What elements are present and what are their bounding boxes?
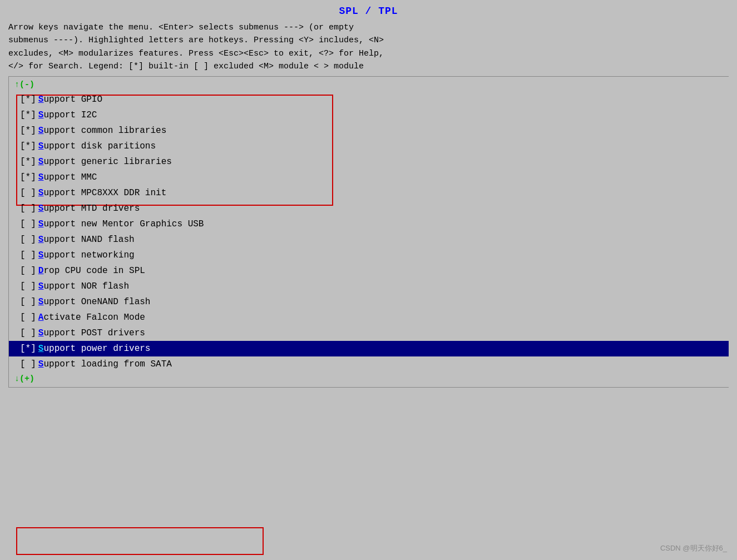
- checkbox-nand: [ ]: [20, 233, 36, 246]
- menu-item-i2c[interactable]: [*] S upport I2C: [9, 107, 729, 123]
- red-box-selected: [16, 527, 264, 555]
- menu-area: ↑(-) [*] S upport GPIO [*] S upport I2C …: [8, 77, 729, 388]
- menu-item-nand[interactable]: [ ] S upport NAND flash: [9, 232, 729, 247]
- label-generic-libs: upport generic libraries: [43, 155, 171, 169]
- instruction-line-2: submenus ----). Highlighted letters are …: [8, 34, 729, 47]
- menu-item-sata[interactable]: [ ] S upport loading from SATA: [9, 356, 729, 372]
- checkbox-mentor-usb: [ ]: [20, 217, 36, 231]
- checkbox-disk: [*]: [20, 140, 36, 153]
- hotkey-mmc: S: [38, 171, 44, 184]
- checkbox-drop-cpu: [ ]: [20, 264, 36, 277]
- checkbox-common-libs: [*]: [20, 124, 36, 137]
- instruction-line-1: Arrow keys navigate the menu. <Enter> se…: [8, 21, 729, 34]
- hotkey-networking: S: [38, 249, 44, 262]
- instructions-text: Arrow keys navigate the menu. <Enter> se…: [8, 21, 729, 73]
- menu-items-list: [*] S upport GPIO [*] S upport I2C [*] S…: [9, 92, 729, 372]
- hotkey-power-drivers: S: [38, 342, 44, 355]
- menu-wrapper: ↑(-) [*] S upport GPIO [*] S upport I2C …: [8, 77, 729, 388]
- hotkey-common-libs: S: [38, 124, 44, 137]
- checkbox-mtd: [ ]: [20, 202, 36, 215]
- menu-item-nor[interactable]: [ ] S upport NOR flash: [9, 279, 729, 294]
- label-sata: upport loading from SATA: [43, 358, 171, 371]
- hotkey-sata: S: [38, 358, 44, 371]
- hotkey-falcon: A: [38, 311, 44, 324]
- page-title: SPL / TPL: [8, 6, 729, 17]
- menu-item-falcon[interactable]: [ ] A ctivate Falcon Mode: [9, 310, 729, 325]
- hotkey-onenand: S: [38, 295, 44, 309]
- label-mentor-usb: upport new Mentor Graphics USB: [43, 217, 204, 231]
- checkbox-sata: [ ]: [20, 358, 36, 371]
- instruction-line-3: excludes, <M> modularizes features. Pres…: [8, 47, 729, 60]
- checkbox-falcon: [ ]: [20, 311, 36, 324]
- menu-item-mtd[interactable]: [ ] S upport MTD drivers: [9, 201, 729, 216]
- hotkey-generic-libs: S: [38, 155, 44, 169]
- checkbox-post: [ ]: [20, 326, 36, 340]
- hotkey-drop-cpu: D: [38, 264, 44, 277]
- label-mmc: upport MMC: [43, 171, 97, 184]
- menu-item-mentor-usb[interactable]: [ ] S upport new Mentor Graphics USB: [9, 216, 729, 232]
- scroll-down-indicator: ↓(+): [9, 374, 729, 384]
- label-networking: upport networking: [43, 249, 134, 262]
- label-falcon: ctivate Falcon Mode: [43, 311, 145, 324]
- label-mtd: upport MTD drivers: [43, 202, 140, 215]
- menu-item-disk[interactable]: [*] S upport disk paritions: [9, 138, 729, 154]
- watermark: CSDN @明天你好6_: [660, 543, 727, 553]
- label-common-libs: upport common libraries: [43, 124, 166, 137]
- menu-item-power-drivers[interactable]: [*] S upport power drivers: [9, 341, 729, 356]
- checkbox-mpc8xxx: [ ]: [20, 186, 36, 200]
- checkbox-generic-libs: [*]: [20, 155, 36, 169]
- menu-item-networking[interactable]: [ ] S upport networking: [9, 247, 729, 263]
- menu-item-drop-cpu[interactable]: [ ] D rop CPU code in SPL: [9, 263, 729, 279]
- checkbox-gpio: [*]: [20, 93, 36, 106]
- hotkey-nand: S: [38, 233, 44, 246]
- scroll-up-indicator: ↑(-): [9, 80, 729, 90]
- label-power-drivers: upport power drivers: [43, 342, 150, 355]
- main-container: SPL / TPL Arrow keys navigate the menu. …: [0, 0, 737, 560]
- menu-item-generic-libs[interactable]: [*] S upport generic libraries: [9, 154, 729, 170]
- hotkey-mpc8xxx: S: [38, 186, 44, 200]
- hotkey-gpio: S: [38, 93, 44, 106]
- checkbox-mmc: [*]: [20, 171, 36, 184]
- label-nor: upport NOR flash: [43, 280, 129, 293]
- label-onenand: upport OneNAND flash: [43, 295, 150, 309]
- menu-item-common-libs[interactable]: [*] S upport common libraries: [9, 123, 729, 138]
- menu-item-gpio[interactable]: [*] S upport GPIO: [9, 92, 729, 107]
- label-post: upport POST drivers: [43, 326, 145, 340]
- hotkey-mtd: S: [38, 202, 44, 215]
- checkbox-nor: [ ]: [20, 280, 36, 293]
- label-disk: upport disk paritions: [43, 140, 156, 153]
- hotkey-disk: S: [38, 140, 44, 153]
- label-i2c: upport I2C: [43, 108, 97, 122]
- checkbox-power-drivers: [*]: [20, 342, 36, 355]
- label-nand: upport NAND flash: [43, 233, 134, 246]
- label-gpio: upport GPIO: [43, 93, 102, 106]
- hotkey-i2c: S: [38, 108, 44, 122]
- checkbox-i2c: [*]: [20, 108, 36, 122]
- checkbox-networking: [ ]: [20, 249, 36, 262]
- menu-item-onenand[interactable]: [ ] S upport OneNAND flash: [9, 294, 729, 310]
- hotkey-mentor-usb: S: [38, 217, 44, 231]
- hotkey-post: S: [38, 326, 44, 340]
- menu-item-post[interactable]: [ ] S upport POST drivers: [9, 325, 729, 341]
- checkbox-onenand: [ ]: [20, 295, 36, 309]
- instruction-line-4: </> for Search. Legend: [*] built-in [ ]…: [8, 60, 729, 73]
- label-drop-cpu: rop CPU code in SPL: [43, 264, 145, 277]
- hotkey-nor: S: [38, 280, 44, 293]
- menu-item-mmc[interactable]: [*] S upport MMC: [9, 170, 729, 185]
- menu-item-mpc8xxx[interactable]: [ ] S upport MPC8XXX DDR init: [9, 185, 729, 201]
- label-mpc8xxx: upport MPC8XXX DDR init: [43, 186, 166, 200]
